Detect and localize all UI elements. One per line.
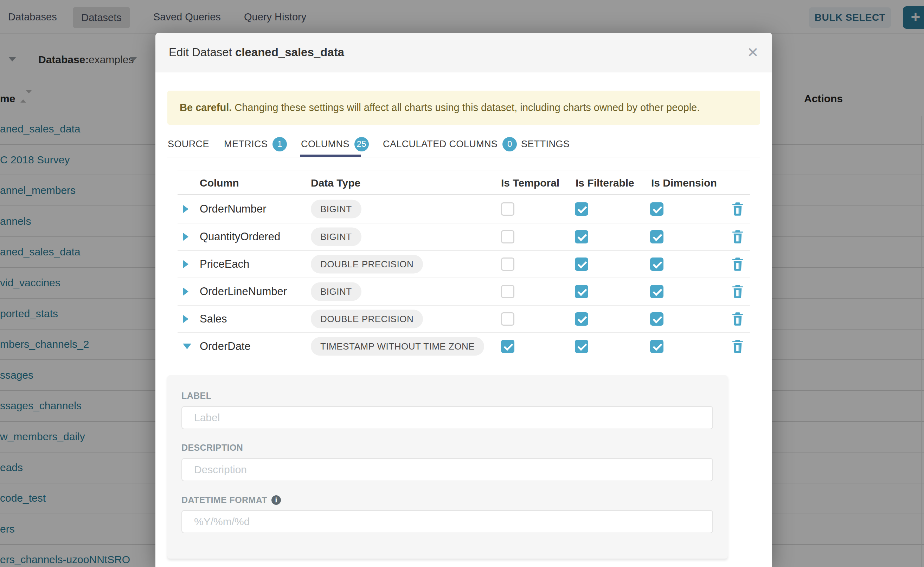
tab-strip-border: [167, 157, 760, 158]
trash-icon[interactable]: [732, 202, 743, 216]
is-temporal-checkbox[interactable]: [501, 230, 515, 243]
column-editor-panel: LABEL DESCRIPTION DATETIME FORMAT i: [167, 375, 728, 559]
datetime-format-input[interactable]: [181, 510, 713, 533]
label-field-label: LABEL: [181, 390, 211, 401]
info-icon[interactable]: i: [271, 495, 281, 505]
is-filterable-checkbox[interactable]: [575, 202, 588, 216]
datetime-format-label-text: DATETIME FORMAT: [181, 494, 267, 506]
expand-caret-icon[interactable]: [183, 232, 188, 241]
column-header-is-dimension: Is Dimension: [651, 176, 717, 190]
tab-settings[interactable]: SETTINGS: [521, 134, 570, 154]
is-temporal-checkbox[interactable]: [501, 202, 515, 216]
is-temporal-checkbox[interactable]: [501, 285, 515, 298]
data-type-pill: BIGINT: [311, 282, 361, 301]
column-name: OrderDate: [200, 340, 251, 353]
is-filterable-checkbox[interactable]: [575, 312, 588, 326]
calculated-columns-count-badge: 0: [503, 137, 517, 152]
modal-title-dataset-name: cleaned_sales_data: [235, 46, 344, 58]
tab-columns[interactable]: COLUMNS 25: [301, 134, 369, 154]
warning-banner-text: Changing these settings will affect all …: [235, 102, 700, 114]
data-type-pill: DOUBLE PRECISION: [311, 310, 423, 328]
column-name: QuantityOrdered: [200, 231, 280, 243]
is-filterable-checkbox[interactable]: [575, 285, 588, 298]
is-dimension-checkbox[interactable]: [650, 202, 664, 216]
collapse-caret-icon[interactable]: [183, 344, 191, 349]
is-dimension-checkbox[interactable]: [650, 312, 664, 326]
column-name: OrderLineNumber: [200, 285, 287, 298]
tab-source-label: SOURCE: [168, 139, 209, 150]
data-type-pill: BIGINT: [311, 228, 361, 246]
table-row: PriceEach DOUBLE PRECISION: [178, 250, 750, 278]
is-temporal-checkbox[interactable]: [501, 340, 515, 353]
column-header-column: Column: [200, 176, 239, 190]
expand-caret-icon[interactable]: [183, 287, 188, 296]
table-row: QuantityOrdered BIGINT: [178, 223, 750, 250]
trash-icon[interactable]: [732, 312, 743, 326]
is-temporal-checkbox[interactable]: [501, 312, 515, 326]
description-field-label: DESCRIPTION: [181, 442, 243, 453]
is-dimension-checkbox[interactable]: [650, 285, 664, 298]
label-input[interactable]: [181, 406, 713, 429]
is-dimension-checkbox[interactable]: [650, 230, 664, 243]
modal-title-prefix: Edit Dataset: [169, 46, 232, 58]
is-filterable-checkbox[interactable]: [575, 230, 588, 243]
trash-icon[interactable]: [732, 285, 743, 298]
column-name: OrderNumber: [200, 203, 266, 215]
column-header-is-filterable: Is Filterable: [576, 176, 634, 190]
close-icon[interactable]: ✕: [747, 45, 759, 59]
tab-columns-label: COLUMNS: [301, 139, 349, 150]
modal-body: Be careful. Changing these settings will…: [155, 72, 772, 567]
data-type-pill: BIGINT: [311, 200, 361, 219]
tab-source[interactable]: SOURCE: [168, 134, 209, 154]
edit-dataset-modal: Edit Dataset cleaned_sales_data ✕ Be car…: [155, 33, 772, 567]
expand-caret-icon[interactable]: [183, 260, 188, 268]
expand-caret-icon[interactable]: [183, 315, 188, 323]
table-row: OrderLineNumber BIGINT: [178, 278, 750, 305]
tab-metrics[interactable]: METRICS 1: [224, 134, 287, 154]
is-dimension-checkbox[interactable]: [650, 340, 664, 353]
trash-icon[interactable]: [732, 230, 743, 243]
expand-caret-icon[interactable]: [183, 205, 188, 213]
is-filterable-checkbox[interactable]: [575, 258, 588, 271]
data-type-pill: TIMESTAMP WITHOUT TIME ZONE: [311, 337, 484, 356]
is-temporal-checkbox[interactable]: [501, 258, 515, 271]
table-row-expanded: OrderDate TIMESTAMP WITHOUT TIME ZONE: [178, 333, 750, 360]
data-type-pill: DOUBLE PRECISION: [311, 255, 423, 274]
metrics-count-badge: 1: [272, 137, 287, 152]
datetime-format-field-label: DATETIME FORMAT i: [181, 494, 281, 506]
table-row: Sales DOUBLE PRECISION: [178, 305, 750, 333]
warning-banner: Be careful. Changing these settings will…: [167, 91, 760, 125]
trash-icon[interactable]: [732, 340, 743, 353]
is-filterable-checkbox[interactable]: [575, 340, 588, 353]
modal-header: Edit Dataset cleaned_sales_data ✕: [155, 33, 772, 72]
columns-table-top-border: [178, 170, 750, 170]
description-input[interactable]: [181, 458, 713, 481]
tab-metrics-label: METRICS: [224, 139, 268, 150]
tab-calculated-columns-label: CALCULATED COLUMNS: [383, 139, 498, 150]
table-row: OrderNumber BIGINT: [178, 195, 750, 223]
trash-icon[interactable]: [732, 258, 743, 271]
is-dimension-checkbox[interactable]: [650, 258, 664, 271]
column-name: Sales: [200, 313, 227, 325]
tab-calculated-columns[interactable]: CALCULATED COLUMNS 0: [383, 134, 517, 154]
warning-banner-bold: Be careful.: [180, 102, 232, 114]
tab-settings-label: SETTINGS: [521, 139, 570, 150]
column-header-data-type: Data Type: [311, 176, 360, 190]
column-name: PriceEach: [200, 258, 249, 270]
column-header-is-temporal: Is Temporal: [501, 176, 560, 190]
columns-count-badge: 25: [354, 137, 369, 152]
modal-title: Edit Dataset cleaned_sales_data: [169, 46, 344, 59]
